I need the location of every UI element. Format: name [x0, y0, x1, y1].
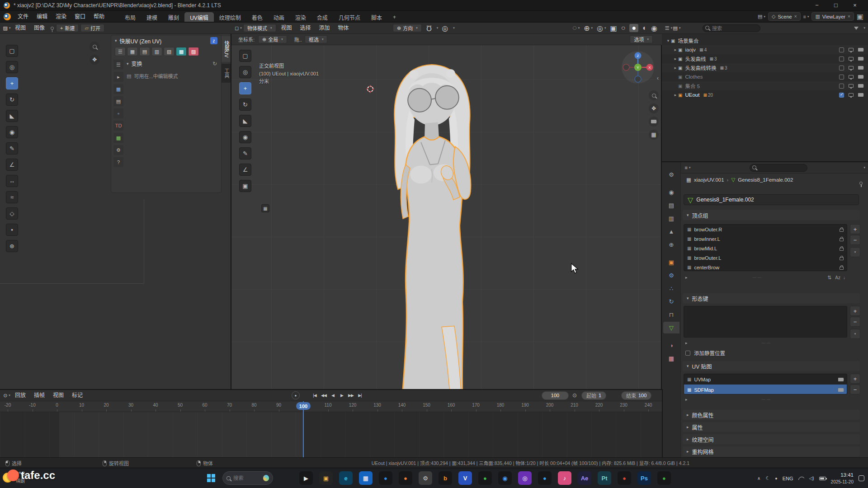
zen-tab-grid[interactable]: ▦ [127, 47, 138, 56]
duplicate-viewlayer-icon[interactable]: ▣ [857, 12, 863, 21]
collapsed-panel-icon[interactable]: ▦ [261, 204, 269, 212]
relax-tool-button[interactable]: ≈ [6, 191, 18, 203]
editor-type-3d-icon[interactable]: ◻▾ [234, 24, 242, 32]
panel-collapse-arrow-icon[interactable]: ▾ [115, 38, 117, 43]
disable-viewport-icon[interactable] [849, 75, 854, 79]
viewport-menu[interactable]: 视图 [277, 22, 296, 34]
taskbar-search[interactable] [222, 471, 273, 485]
wechat-taskbar-icon[interactable]: ● [478, 471, 492, 485]
uv-editor-menu[interactable]: 视图 [11, 22, 30, 34]
data-name-field[interactable]: ▽ Genesis8_1Female.002 [684, 194, 859, 205]
exclude-checkbox[interactable] [839, 75, 844, 80]
active-render-icon[interactable] [838, 378, 844, 381]
annotate-tool-button[interactable]: ✎ [6, 142, 18, 155]
topbar-menu[interactable]: 文件 [14, 11, 33, 23]
xray-toggle-icon[interactable]: ▣ [610, 24, 617, 33]
expand-arrow-icon[interactable]: ▾ [665, 38, 671, 43]
pinch-tool-button[interactable]: ◇ [6, 207, 18, 220]
zen-tab-columns[interactable]: ▥ [151, 47, 162, 56]
grip-dots[interactable]: ⋯⋯ [761, 341, 771, 345]
gizmos-toggle-icon[interactable]: ⊕▾ [584, 24, 593, 33]
disable-render-icon[interactable] [858, 57, 863, 61]
tray-expand-chevron-icon[interactable]: ∧ [757, 476, 760, 481]
jump-to-end-button[interactable]: ▶| [355, 391, 364, 399]
lock-icon[interactable] [840, 248, 844, 251]
viewport-menu[interactable]: 物体 [334, 22, 353, 34]
editor-type-image-icon[interactable]: ▨▾ [3, 24, 11, 32]
viewport-menu[interactable]: 添加 [315, 22, 334, 34]
sidebar-collapsed-chevron-icon[interactable]: ‹ [657, 75, 659, 81]
shading-material-icon[interactable]: ◐ [642, 24, 647, 32]
jump-to-start-button[interactable]: |◀ [310, 391, 319, 399]
collapsed-panel-属性[interactable]: ▸属性 [683, 422, 860, 432]
pan-hand-icon[interactable]: ✥ [90, 55, 99, 65]
timeline-ruler[interactable]: -20-100102030405060708090100110120130140… [0, 401, 662, 412]
next-keyframe-button[interactable]: ▶▶ [346, 391, 355, 399]
uv-editor-menu[interactable]: 图像 [30, 22, 49, 34]
zen-side-checker[interactable]: ▩ [113, 133, 123, 143]
zen-tab-pack[interactable]: ▩ [176, 47, 187, 56]
zenuv-addon-icon[interactable]: z [210, 37, 217, 44]
transform-orientation-dropdown[interactable]: ⊕方向▾ [393, 24, 422, 32]
workspace-tab-布局[interactable]: 布局 [119, 12, 141, 23]
outliner-row[interactable]: ▣集合 5 [662, 81, 868, 90]
zen-tab-checker[interactable]: ▨ [188, 47, 199, 56]
zen-side-help[interactable]: ? [113, 157, 123, 167]
workspace-tab-合成[interactable]: 合成 [311, 12, 333, 23]
cursor-tool-button[interactable]: ◎ [239, 66, 251, 78]
outliner-row[interactable]: ▸▣UEout▦20 [662, 90, 868, 99]
breadcrumb-object[interactable]: xiaojvUV.001 [694, 177, 724, 183]
shape-key-add-button[interactable]: + [850, 306, 860, 316]
workspace-tab-几何节点[interactable]: 几何节点 [333, 12, 366, 23]
properties-tab-tool[interactable]: ⚙ [663, 169, 679, 180]
workspace-tab-纹理绘制[interactable]: 纹理绘制 [214, 12, 246, 23]
notification-center-icon[interactable] [859, 475, 864, 481]
model-genesis8-character[interactable] [341, 56, 522, 390]
editor-type-timeline-icon[interactable]: ⊙▾ [3, 392, 11, 399]
measure-tool-button[interactable]: ∠ [6, 159, 18, 171]
select-box-tool-button[interactable]: ▢ [239, 50, 251, 62]
topbar-menu[interactable]: 帮助 [90, 11, 108, 23]
lock-icon[interactable] [840, 229, 844, 232]
shading-solid-icon[interactable]: ● [629, 24, 638, 32]
uv-map-add-button[interactable]: + [850, 374, 860, 384]
viewport-menu[interactable]: 选择 [296, 22, 315, 34]
mic-status-icon[interactable]: ● [775, 476, 777, 481]
cursor-tool-button[interactable]: ◎ [6, 61, 18, 73]
viewlayer-browse-icon[interactable]: ≡▾ [803, 14, 809, 19]
close-button[interactable]: × [845, 0, 864, 10]
snapping-dropdown-icon[interactable]: ▾ [437, 26, 439, 30]
vertex-group-row[interactable]: ▦browOuter.L [684, 253, 847, 263]
shading-wireframe-icon[interactable]: ○ [621, 24, 626, 32]
outliner-row[interactable]: ▾▣场景集合 [662, 36, 868, 45]
uv-map-remove-button[interactable]: − [850, 385, 860, 394]
snapping-magnet-icon[interactable]: Ω [426, 24, 432, 32]
ortho-grid-icon[interactable]: ▦ [649, 130, 659, 140]
chrome-taskbar-icon[interactable]: ◉ [498, 471, 512, 485]
pan-hand-icon[interactable]: ✥ [649, 103, 659, 113]
zen-side-box[interactable]: ▫ [113, 108, 123, 118]
collapsed-panel-重构网格[interactable]: ▸重构网格 [683, 446, 860, 456]
topbar-menu[interactable]: 窗口 [71, 11, 90, 23]
transform-section-arrow-icon[interactable]: ▾ [127, 61, 129, 66]
disable-render-icon[interactable] [858, 66, 863, 70]
vertex-group-remove-button[interactable]: − [850, 235, 860, 245]
previous-keyframe-button[interactable]: ◀◀ [319, 391, 328, 399]
properties-tab-world[interactable]: ⊕ [663, 239, 679, 250]
shape-key-remove-button[interactable]: − [850, 317, 860, 327]
zen-side-grid[interactable]: ▦ [113, 84, 123, 94]
filter-dropdown-icon[interactable]: ▾ [863, 26, 865, 30]
disable-render-icon[interactable] [858, 84, 863, 88]
app-media-taskbar-icon[interactable]: ▶ [299, 471, 313, 485]
exclude-checkbox[interactable] [839, 47, 844, 52]
lock-icon[interactable] [840, 238, 844, 241]
grab-tool-button[interactable]: ↔ [6, 175, 18, 187]
store-taskbar-icon[interactable]: ▦ [359, 471, 373, 485]
disable-viewport-icon[interactable] [849, 48, 854, 52]
vertex-group-specials-button[interactable]: ▾ [850, 247, 860, 257]
collapsed-panel-颜色属性[interactable]: ▸颜色属性 [683, 410, 860, 420]
move-tool-button[interactable]: + [6, 77, 18, 89]
expand-icon[interactable]: ▸ [685, 397, 688, 402]
breadcrumb-data[interactable]: Genesis8_1Female.002 [738, 177, 793, 183]
proportional-edit-icon[interactable]: ◎ [442, 24, 448, 33]
